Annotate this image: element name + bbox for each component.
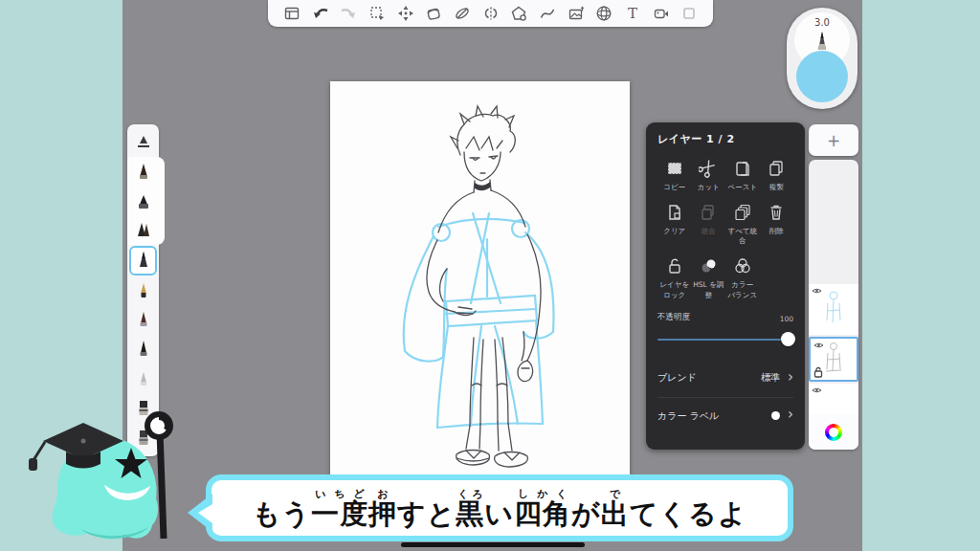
paste-button[interactable]: ペースト	[725, 156, 760, 198]
lock-layer-button[interactable]: レイヤを ロック	[657, 253, 692, 305]
opacity-value: 100	[780, 315, 793, 323]
chevron-right-icon: ›	[788, 408, 793, 422]
layer-visibility-eye-icon[interactable]	[812, 386, 822, 394]
curve-icon[interactable]	[533, 2, 562, 25]
speech-text: もう一度いちど押おすと黒くろい四角しかくが出でてくるよ	[253, 489, 747, 528]
color-puck[interactable]	[796, 51, 848, 102]
canvas-artwork	[330, 81, 630, 475]
layer-panel-title: レイヤー 1 / 2	[657, 132, 793, 146]
brush-color-puck[interactable]: 3.0	[787, 8, 858, 109]
merge-all-button[interactable]: すべて統合	[725, 200, 760, 252]
merge-icon	[699, 203, 718, 222]
speech-bubble-tail	[186, 492, 214, 534]
brush-pencil[interactable]	[129, 158, 157, 187]
transform-icon[interactable]	[391, 2, 420, 25]
duplicate-button[interactable]: 複製	[760, 156, 794, 198]
menu-icon[interactable]	[278, 2, 306, 25]
layer-visibility-eye-icon[interactable]	[812, 287, 822, 295]
chevron-right-icon: ›	[788, 370, 793, 385]
layer-actions-grid: コピー カット ペースト 複製 クリア 統合	[657, 156, 793, 306]
shapes-icon[interactable]	[504, 2, 533, 25]
opacity-slider-track[interactable]	[657, 339, 793, 341]
clear-icon	[665, 203, 684, 222]
selection-icon[interactable]	[363, 2, 391, 25]
svg-text:T: T	[628, 5, 637, 22]
top-toolbar: T	[268, 0, 713, 27]
duplicate-icon	[767, 159, 786, 178]
layer-options-panel: レイヤー 1 / 2 コピー カット ペースト 複製 クリア	[646, 122, 805, 450]
brush-size-value: 3.0	[814, 17, 830, 28]
hsl-icon	[698, 256, 719, 276]
time-lapse-icon[interactable]	[647, 2, 676, 25]
lock-icon	[665, 256, 684, 276]
color-label-row[interactable]: カラー ラベル ›	[657, 397, 793, 434]
perspective-icon[interactable]	[590, 2, 618, 25]
delete-button[interactable]: 削除	[760, 200, 794, 252]
clear-button[interactable]: クリア	[657, 200, 692, 252]
opacity-slider-knob[interactable]	[781, 332, 795, 346]
adjust-hsl-button[interactable]: HSL を調整	[692, 253, 726, 305]
layer-visibility-eye-icon[interactable]	[813, 342, 824, 349]
layer-thumbnail-1-selected[interactable]	[809, 337, 858, 382]
layer-lock-icon	[813, 366, 823, 378]
app-screen: T 3.0	[0, 0, 980, 551]
brush-marker[interactable]	[129, 187, 157, 217]
opacity-label: 不透明度	[657, 312, 690, 323]
color-balance-button[interactable]: カラー バランス	[725, 253, 760, 305]
import-image-icon[interactable]	[562, 2, 590, 25]
color-wheel-icon	[825, 424, 842, 441]
opacity-slider[interactable]	[657, 332, 793, 346]
guides-icon[interactable]	[448, 2, 477, 25]
add-layer-plus: +	[827, 131, 840, 150]
color-wheel-button[interactable]	[809, 414, 858, 450]
text-tool-icon[interactable]: T	[618, 2, 647, 25]
trash-icon	[767, 203, 786, 222]
redo-icon[interactable]	[334, 2, 363, 25]
brush-ink-pen[interactable]	[129, 216, 157, 246]
brush-detail[interactable]	[129, 335, 157, 364]
speech-bubble: もう一度いちど押おすと黒くろい四角しかくが出でてくるよ	[206, 474, 793, 541]
add-layer-button[interactable]: +	[809, 124, 858, 156]
layer-thumbnail-background[interactable]	[809, 384, 858, 415]
symmetry-icon[interactable]	[477, 2, 505, 25]
copy-button[interactable]: コピー	[657, 156, 692, 198]
clipboard-icon	[733, 159, 752, 178]
blend-mode-row[interactable]: ブレンド 標準 ›	[657, 360, 793, 397]
brush-nib-pen[interactable]	[129, 276, 157, 305]
drawing-canvas[interactable]	[330, 81, 630, 475]
brush-round[interactable]	[129, 305, 157, 335]
blend-mode-value: 標準	[761, 371, 780, 385]
scissors-icon	[699, 159, 718, 178]
brush-liner-selected[interactable]	[129, 246, 157, 276]
home-indicator[interactable]	[401, 542, 585, 547]
layer-thumbnail-2[interactable]	[809, 284, 858, 335]
brush-airbrush[interactable]	[129, 364, 157, 394]
copy-icon	[665, 159, 684, 178]
layers-sidebar	[809, 160, 858, 450]
merge-button[interactable]: 統合	[692, 200, 726, 252]
fill-icon[interactable]	[419, 2, 448, 25]
brush-selector-icon[interactable]	[129, 128, 157, 158]
cut-button[interactable]: カット	[692, 156, 726, 198]
color-label-dot	[771, 411, 780, 420]
merge-all-icon	[733, 203, 752, 222]
color-balance-icon	[732, 256, 753, 276]
undo-icon[interactable]	[306, 2, 335, 25]
fullscreen-icon[interactable]	[675, 2, 703, 25]
